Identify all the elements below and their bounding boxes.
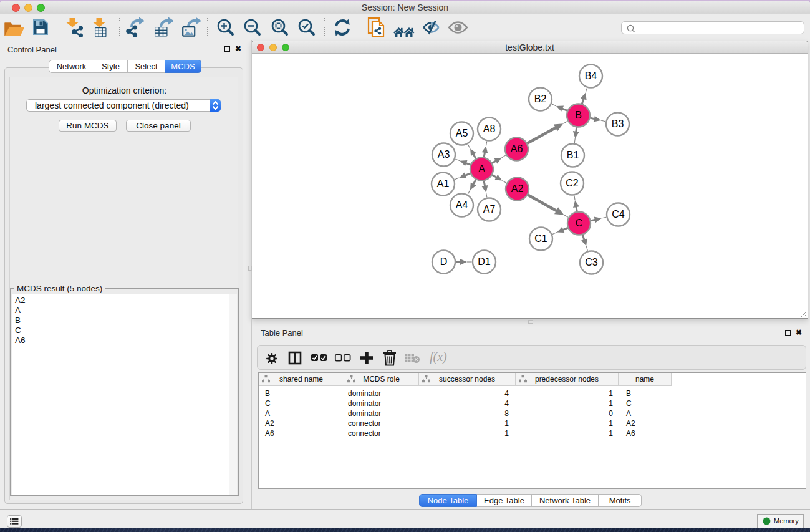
svg-text:B4: B4: [585, 70, 597, 81]
svg-text:D: D: [440, 256, 448, 267]
svg-text:C4: C4: [612, 209, 625, 220]
svg-text:C1: C1: [534, 233, 547, 244]
svg-text:A1: A1: [437, 178, 450, 189]
svg-text:C3: C3: [585, 257, 598, 268]
svg-text:D1: D1: [478, 256, 491, 267]
svg-text:C2: C2: [566, 178, 579, 188]
svg-text:B2: B2: [534, 94, 547, 104]
svg-text:A6: A6: [511, 143, 523, 154]
svg-text:A3: A3: [438, 149, 450, 160]
svg-text:A7: A7: [483, 204, 496, 215]
svg-text:A: A: [478, 163, 485, 174]
svg-text:A4: A4: [456, 200, 468, 210]
svg-text:C: C: [576, 218, 583, 228]
svg-text:A2: A2: [511, 183, 524, 194]
svg-text:B: B: [575, 110, 582, 120]
svg-text:B3: B3: [612, 118, 624, 129]
svg-text:A8: A8: [483, 123, 496, 134]
svg-text:A5: A5: [456, 128, 468, 138]
svg-text:B1: B1: [567, 150, 579, 160]
